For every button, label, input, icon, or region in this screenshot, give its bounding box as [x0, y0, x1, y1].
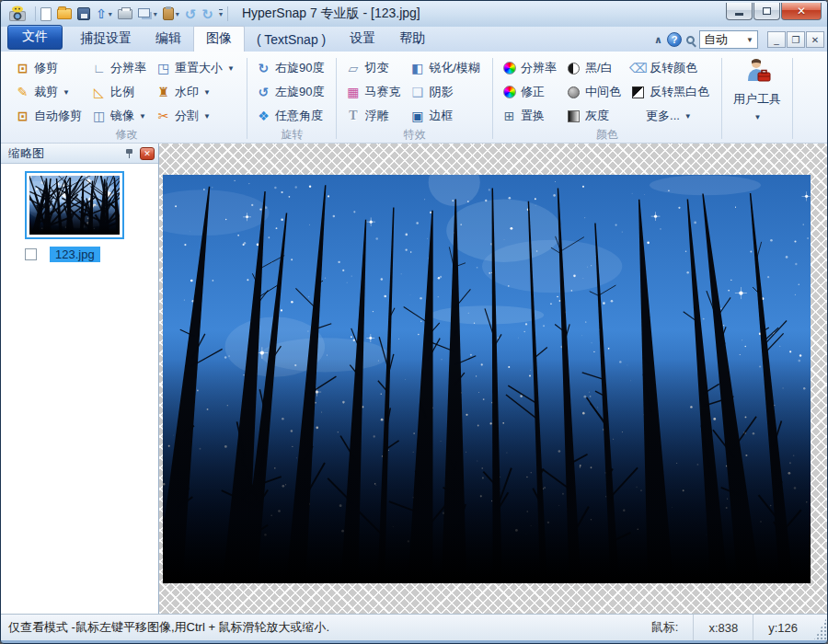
- document-window-controls: _ ❐ ✕: [766, 31, 824, 48]
- thumbnail-filename[interactable]: 123.jpg: [50, 247, 100, 262]
- group-label-color: 颜色: [499, 128, 716, 143]
- redo-icon[interactable]: ↻: [201, 6, 213, 22]
- print-icon[interactable]: [118, 6, 132, 22]
- auto-trim-button[interactable]: 自动修剪: [12, 104, 88, 128]
- split-scissors-icon: [155, 109, 171, 124]
- qat-customize-icon[interactable]: ▾: [219, 6, 223, 22]
- crop-icon: [15, 61, 30, 76]
- watermark-stamp-icon: [155, 85, 171, 100]
- restore-button[interactable]: [753, 3, 780, 20]
- emboss-button[interactable]: 浮雕: [342, 104, 407, 128]
- user-tools-label: 用户工具: [733, 91, 781, 108]
- doc-minimize-button[interactable]: _: [767, 31, 786, 48]
- ribbon-group-modify: 修剪 裁剪▼ 自动修剪 分辨率 比例 镜像▼ 重置大小▼ 水印▼ 分割▼ 修改: [8, 55, 245, 143]
- invert-colors-button[interactable]: 反转颜色: [627, 56, 716, 80]
- group-label-rotate: 旋转: [253, 128, 330, 143]
- tab-edit[interactable]: 编辑: [144, 27, 193, 52]
- grayscale-button[interactable]: 灰度: [563, 104, 627, 128]
- panel-close-icon[interactable]: ✕: [140, 147, 155, 160]
- sharpen-blur-button[interactable]: 锐化/模糊: [407, 56, 487, 80]
- divider: [35, 6, 36, 21]
- invert-colors-icon: [630, 61, 646, 76]
- mirror-icon: [91, 109, 107, 124]
- thumbnail-panel-title: 缩略图: [8, 145, 44, 162]
- invert-bw-button[interactable]: 反转黑白色: [627, 80, 716, 104]
- rotate-right-button[interactable]: 右旋90度: [253, 56, 330, 80]
- scale-button[interactable]: 比例: [88, 80, 153, 104]
- clipboard-paste-icon[interactable]: ▾: [163, 6, 179, 22]
- color-correct-button[interactable]: 修正: [499, 80, 563, 104]
- pin-icon[interactable]: [124, 148, 134, 159]
- group-separator: [247, 58, 247, 139]
- thumbnail-item[interactable]: [25, 171, 124, 239]
- trim-button[interactable]: 修剪: [12, 56, 88, 80]
- tab-image[interactable]: 图像: [193, 26, 245, 52]
- group-separator: [492, 58, 493, 139]
- user-tools-button[interactable]: 用户工具 ▼: [724, 55, 790, 143]
- cut-button[interactable]: 裁剪▼: [12, 80, 88, 104]
- black-white-button[interactable]: 黑/白: [563, 56, 627, 80]
- zoom-mode-select[interactable]: 自动 ▼: [699, 30, 758, 49]
- border-button[interactable]: 边框: [407, 104, 487, 128]
- minimize-button[interactable]: [726, 3, 753, 20]
- ribbon-group-rotate: 右旋90度 左旋90度 任意角度 旋转: [249, 55, 334, 143]
- replace-button[interactable]: 置换: [499, 104, 563, 128]
- group-label-effects: 特效: [342, 128, 487, 143]
- color-resolution-button[interactable]: 分辨率: [499, 56, 563, 80]
- thumbnail-checkbox[interactable]: [25, 248, 37, 260]
- open-folder-icon[interactable]: [57, 6, 72, 22]
- resolution-button[interactable]: 分辨率: [88, 56, 153, 80]
- rotate-left-button[interactable]: 左旋90度: [253, 80, 330, 104]
- app-icon[interactable]: [8, 6, 27, 22]
- dropdown-arrow-icon: ▼: [227, 64, 235, 73]
- ribbon-group-color: 分辨率 修正 置换 黑/白 中间色 灰度 反转颜色 反转黑白色 更多...▼ 颜…: [495, 55, 719, 143]
- save-icon[interactable]: [77, 6, 90, 22]
- tab-file[interactable]: 文件: [7, 25, 63, 50]
- shear-button[interactable]: 切变: [342, 56, 407, 80]
- doc-restore-button[interactable]: ❐: [787, 31, 805, 48]
- rotate-right-icon: [256, 61, 271, 76]
- close-button[interactable]: ✕: [781, 3, 822, 20]
- undo-icon[interactable]: ↺: [185, 6, 197, 22]
- sharpen-blur-icon: [409, 61, 425, 76]
- photo-starry-trees[interactable]: [163, 175, 811, 583]
- canvas-area[interactable]: [159, 144, 827, 614]
- resize-grip[interactable]: [812, 615, 827, 640]
- app-window: ⇧▾ ▾ ▾ ↺ ↻ ▾ HyperSnap 7 专业版 - [123.jpg]…: [0, 0, 828, 644]
- dropdown-arrow-icon: ▼: [139, 112, 146, 121]
- more-colors-button[interactable]: 更多...▼: [627, 104, 716, 128]
- free-rotate-button[interactable]: 任意角度: [253, 104, 330, 128]
- dropdown-arrow-icon: ▼: [203, 112, 211, 121]
- new-file-icon[interactable]: [40, 6, 52, 22]
- midtone-button[interactable]: 中间色: [563, 80, 627, 104]
- collapse-ribbon-icon[interactable]: ∧: [654, 34, 662, 46]
- replace-icon: [501, 109, 517, 124]
- export-up-icon[interactable]: ⇧▾: [96, 6, 112, 22]
- help-icon[interactable]: ?: [667, 32, 682, 47]
- shadow-button[interactable]: 阴影: [407, 80, 487, 104]
- doc-close-button[interactable]: ✕: [806, 31, 824, 48]
- pencil-cut-icon: [15, 85, 30, 100]
- ribbon-group-effects: 切变 马赛克 浮雕 锐化/模糊 阴影 边框 特效: [339, 55, 490, 143]
- mosaic-button[interactable]: 马赛克: [342, 80, 407, 104]
- quick-access-toolbar: ⇧▾ ▾ ▾ ↺ ↻ ▾: [40, 6, 223, 22]
- status-bar: 仅查看模式 -鼠标左键平移图像,用Ctrl + 鼠标滑轮放大或缩小. 鼠标: x…: [1, 614, 827, 640]
- watermark-button[interactable]: 水印▼: [153, 80, 241, 104]
- status-message: 仅查看模式 -鼠标左键平移图像,用Ctrl + 鼠标滑轮放大或缩小.: [1, 619, 637, 636]
- tab-settings[interactable]: 设置: [338, 27, 387, 52]
- search-icon[interactable]: [686, 36, 695, 44]
- emboss-icon: [345, 109, 361, 124]
- mirror-button[interactable]: 镜像▼: [88, 104, 153, 128]
- group-label-modify: 修改: [12, 128, 241, 143]
- split-button[interactable]: 分割▼: [153, 104, 241, 128]
- mouse-y-value: y:126: [753, 615, 812, 640]
- tab-textsnap[interactable]: ( TextSnap ): [245, 29, 338, 52]
- dropdown-arrow-icon: ▼: [203, 88, 211, 97]
- shear-icon: [345, 61, 361, 76]
- window-copy-icon[interactable]: ▾: [138, 6, 157, 22]
- tab-capture-settings[interactable]: 捕捉设置: [68, 27, 144, 52]
- resize-button[interactable]: 重置大小▼: [153, 56, 241, 80]
- tab-help[interactable]: 帮助: [387, 27, 437, 52]
- ribbon-tab-bar: 文件 捕捉设置 编辑 图像 ( TextSnap ) 设置 帮助 ∧ ? 自动 …: [1, 27, 827, 52]
- group-separator: [792, 58, 793, 139]
